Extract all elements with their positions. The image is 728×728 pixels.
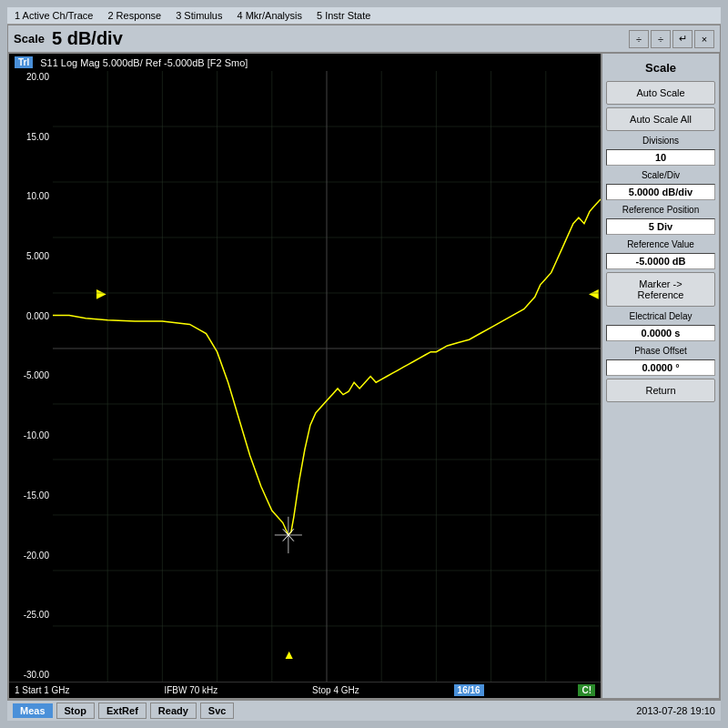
y-label-8: -20.00: [24, 551, 49, 561]
auto-scale-all-btn[interactable]: Auto Scale All: [606, 107, 715, 131]
ref-pos-label: Reference Position: [606, 205, 715, 215]
y-label-6: -10.00: [24, 431, 49, 440]
y-axis: 20.00 15.00 10.00 5.000 0.000 -5.000 -10…: [9, 71, 53, 682]
tb-btn-2[interactable]: ÷: [651, 30, 671, 48]
scale-div-label: Scale/Div: [606, 170, 715, 180]
elec-delay-value[interactable]: 0.0000 s: [606, 325, 715, 341]
bottom-badge1: 16/16: [454, 684, 484, 696]
ref-val-label: Reference Value: [606, 239, 715, 249]
y-label-10: -30.00: [24, 671, 49, 680]
right-panel: Scale Auto Scale Auto Scale All Division…: [602, 52, 721, 700]
status-meas[interactable]: Meas: [13, 703, 53, 718]
ref-val-value[interactable]: -5.0000 dB: [606, 253, 715, 269]
return-btn[interactable]: Return: [606, 379, 715, 402]
menu-mkr-analysis[interactable]: 4 Mkr/Analysis: [237, 10, 302, 21]
divisions-label: Divisions: [606, 136, 715, 146]
tb-btn-enter[interactable]: ↵: [672, 30, 693, 48]
outer-frame: 1 Active Ch/Trace 2 Response 3 Stimulus …: [0, 0, 728, 728]
scale-value: 5 dB/div: [52, 28, 629, 49]
y-label-0: 20.00: [26, 73, 49, 82]
divisions-value[interactable]: 10: [606, 149, 715, 166]
y-label-5: -5.000: [24, 371, 49, 380]
phase-offset-label: Phase Offset: [606, 346, 715, 356]
menu-instr-state[interactable]: 5 Instr State: [317, 10, 370, 21]
main-area: Trl S11 Log Mag 5.000dB/ Ref -5.000dB [F…: [7, 52, 721, 700]
y-label-4: 0.000: [26, 312, 49, 321]
panel-title: Scale: [606, 57, 715, 78]
y-label-3: 5.000: [26, 252, 49, 261]
chart-header: Trl S11 Log Mag 5.000dB/ Ref -5.000dB [F…: [9, 54, 601, 71]
trace-label: Trl: [15, 56, 33, 68]
menu-stimulus[interactable]: 3 Stimulus: [176, 10, 222, 21]
scale-label: Scale: [14, 32, 45, 46]
chart-canvas-wrapper: 20.00 15.00 10.00 5.000 0.000 -5.000 -10…: [9, 71, 601, 682]
menu-active-ch[interactable]: 1 Active Ch/Trace: [15, 10, 93, 21]
ref-pos-value[interactable]: 5 Div: [606, 218, 715, 235]
phase-offset-value[interactable]: 0.0000 °: [606, 359, 715, 376]
tb-btn-close[interactable]: ×: [694, 30, 714, 48]
bottom-start: 1 Start 1 GHz: [15, 685, 70, 695]
chart-bottom: 1 Start 1 GHz IFBW 70 kHz Stop 4 GHz 16/…: [9, 682, 601, 698]
bottom-ifbw: IFBW 70 kHz: [164, 685, 217, 695]
scale-div-value[interactable]: 5.0000 dB/div: [606, 184, 715, 200]
status-ready[interactable]: Ready: [150, 703, 197, 719]
y-label-2: 10.00: [26, 192, 49, 201]
status-svc[interactable]: Svc: [200, 703, 235, 719]
bottom-badge2: C!: [578, 684, 595, 696]
status-time: 2013-07-28 19:10: [636, 705, 715, 716]
grid-area: ▶ ◀ ▲: [53, 71, 601, 682]
y-label-7: -15.00: [24, 491, 49, 500]
title-bar-controls: ÷ ÷ ↵ ×: [629, 30, 714, 48]
y-label-9: -25.00: [24, 611, 49, 620]
chart-info: S11 Log Mag 5.000dB/ Ref -5.000dB [F2 Sm…: [40, 57, 248, 68]
status-bar: Meas Stop ExtRef Ready Svc 2013-07-28 19…: [7, 700, 721, 721]
title-bar: Scale 5 dB/div ÷ ÷ ↵ ×: [7, 25, 721, 52]
marker-ref-btn[interactable]: Marker -> Reference: [606, 272, 715, 307]
menu-response[interactable]: 2 Response: [107, 10, 161, 21]
elec-delay-label: Electrical Delay: [606, 311, 715, 321]
chart-svg: [53, 71, 601, 682]
bottom-stop: Stop 4 GHz: [312, 685, 359, 695]
menu-bar: 1 Active Ch/Trace 2 Response 3 Stimulus …: [7, 7, 721, 25]
auto-scale-btn[interactable]: Auto Scale: [606, 81, 715, 105]
chart-area: Trl S11 Log Mag 5.000dB/ Ref -5.000dB [F…: [7, 52, 602, 700]
tb-btn-1[interactable]: ÷: [629, 30, 649, 48]
status-extref[interactable]: ExtRef: [98, 703, 147, 719]
y-label-1: 15.00: [26, 133, 49, 142]
status-stop[interactable]: Stop: [56, 703, 95, 719]
